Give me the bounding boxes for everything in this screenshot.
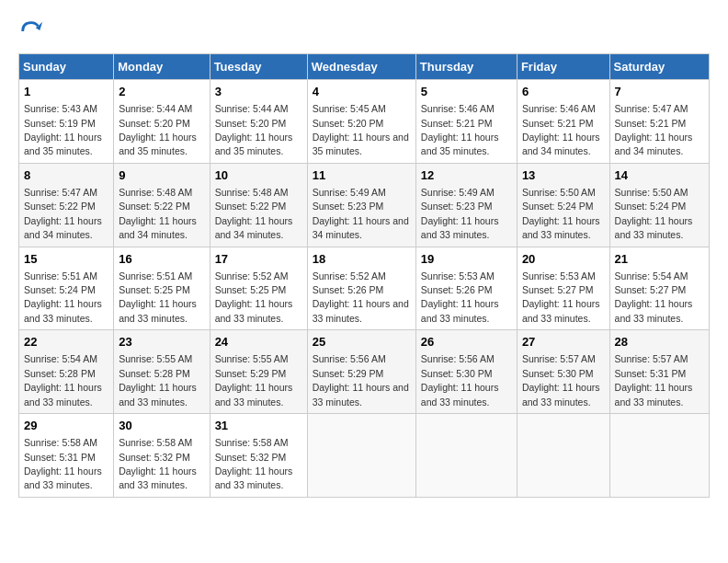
calendar-cell: 13Sunrise: 5:50 AMSunset: 5:24 PMDayligh… [517,163,609,247]
day-detail: Sunrise: 5:56 AMSunset: 5:30 PMDaylight:… [421,353,499,407]
day-number: 10 [215,167,302,184]
day-number: 26 [421,334,512,350]
calendar-cell: 30Sunrise: 5:58 AMSunset: 5:32 PMDayligh… [114,414,210,498]
day-number: 9 [119,167,204,184]
week-row-5: 29Sunrise: 5:58 AMSunset: 5:31 PMDayligh… [19,414,710,498]
day-number: 22 [24,334,108,350]
day-detail: Sunrise: 5:51 AMSunset: 5:24 PMDaylight:… [24,270,102,324]
day-number: 13 [522,167,605,184]
calendar-cell: 4Sunrise: 5:45 AMSunset: 5:20 PMDaylight… [307,80,415,164]
day-number: 8 [24,167,108,184]
day-detail: Sunrise: 5:58 AMSunset: 5:32 PMDaylight:… [119,437,197,490]
day-number: 16 [119,251,204,268]
calendar-cell: 1Sunrise: 5:43 AMSunset: 5:19 PMDaylight… [19,80,114,164]
calendar-cell [307,414,415,498]
day-number: 3 [215,84,302,100]
day-detail: Sunrise: 5:54 AMSunset: 5:28 PMDaylight:… [24,353,102,407]
day-detail: Sunrise: 5:43 AMSunset: 5:19 PMDaylight:… [24,103,102,156]
day-detail: Sunrise: 5:49 AMSunset: 5:23 PMDaylight:… [313,187,409,240]
day-detail: Sunrise: 5:56 AMSunset: 5:29 PMDaylight:… [313,353,409,407]
day-detail: Sunrise: 5:48 AMSunset: 5:22 PMDaylight:… [119,187,197,240]
calendar-cell: 20Sunrise: 5:53 AMSunset: 5:27 PMDayligh… [517,247,609,330]
day-detail: Sunrise: 5:52 AMSunset: 5:25 PMDaylight:… [215,270,293,324]
day-number: 30 [119,418,204,434]
day-number: 18 [313,251,411,268]
day-detail: Sunrise: 5:57 AMSunset: 5:31 PMDaylight:… [615,353,693,407]
day-detail: Sunrise: 5:46 AMSunset: 5:21 PMDaylight:… [421,103,499,156]
day-number: 24 [215,334,302,350]
calendar-cell: 18Sunrise: 5:52 AMSunset: 5:26 PMDayligh… [307,247,415,330]
day-detail: Sunrise: 5:50 AMSunset: 5:24 PMDaylight:… [522,187,600,240]
day-number: 27 [522,334,605,350]
calendar-cell: 8Sunrise: 5:47 AMSunset: 5:22 PMDaylight… [19,163,114,247]
day-detail: Sunrise: 5:58 AMSunset: 5:32 PMDaylight:… [215,437,293,490]
day-number: 23 [119,334,204,350]
header-saturday: Saturday [609,54,709,80]
calendar-cell: 15Sunrise: 5:51 AMSunset: 5:24 PMDayligh… [19,247,114,330]
calendar-cell [517,414,609,498]
day-detail: Sunrise: 5:45 AMSunset: 5:20 PMDaylight:… [313,103,409,156]
day-detail: Sunrise: 5:51 AMSunset: 5:25 PMDaylight:… [119,270,197,324]
calendar-cell: 21Sunrise: 5:54 AMSunset: 5:27 PMDayligh… [609,247,709,330]
header-thursday: Thursday [415,54,517,80]
calendar-cell: 31Sunrise: 5:58 AMSunset: 5:32 PMDayligh… [210,414,307,498]
calendar-cell: 17Sunrise: 5:52 AMSunset: 5:25 PMDayligh… [210,247,307,330]
day-number: 29 [24,418,108,434]
header-row: SundayMondayTuesdayWednesdayThursdayFrid… [19,54,710,80]
day-detail: Sunrise: 5:49 AMSunset: 5:23 PMDaylight:… [421,187,499,240]
calendar-cell: 27Sunrise: 5:57 AMSunset: 5:30 PMDayligh… [517,330,609,414]
logo [18,18,48,44]
week-row-1: 1Sunrise: 5:43 AMSunset: 5:19 PMDaylight… [19,80,710,164]
day-detail: Sunrise: 5:53 AMSunset: 5:26 PMDaylight:… [421,270,499,324]
calendar-cell: 5Sunrise: 5:46 AMSunset: 5:21 PMDaylight… [415,80,517,164]
day-number: 12 [421,167,512,184]
logo-icon [18,18,44,44]
calendar-table: SundayMondayTuesdayWednesdayThursdayFrid… [18,53,710,498]
day-detail: Sunrise: 5:50 AMSunset: 5:24 PMDaylight:… [615,187,693,240]
day-number: 31 [215,418,302,434]
header-friday: Friday [517,54,609,80]
day-number: 2 [119,84,204,100]
week-row-3: 15Sunrise: 5:51 AMSunset: 5:24 PMDayligh… [19,247,710,330]
calendar-cell: 19Sunrise: 5:53 AMSunset: 5:26 PMDayligh… [415,247,517,330]
calendar-cell: 2Sunrise: 5:44 AMSunset: 5:20 PMDaylight… [114,80,210,164]
header-sunday: Sunday [19,54,114,80]
day-number: 11 [313,167,411,184]
header-wednesday: Wednesday [307,54,415,80]
calendar-cell: 23Sunrise: 5:55 AMSunset: 5:28 PMDayligh… [114,330,210,414]
day-number: 14 [615,167,704,184]
day-number: 25 [313,334,411,350]
day-detail: Sunrise: 5:48 AMSunset: 5:22 PMDaylight:… [215,187,293,240]
calendar-cell: 16Sunrise: 5:51 AMSunset: 5:25 PMDayligh… [114,247,210,330]
calendar-cell: 3Sunrise: 5:44 AMSunset: 5:20 PMDaylight… [210,80,307,164]
calendar-cell: 14Sunrise: 5:50 AMSunset: 5:24 PMDayligh… [609,163,709,247]
calendar-cell: 12Sunrise: 5:49 AMSunset: 5:23 PMDayligh… [415,163,517,247]
day-detail: Sunrise: 5:47 AMSunset: 5:21 PMDaylight:… [615,103,693,156]
calendar-cell: 28Sunrise: 5:57 AMSunset: 5:31 PMDayligh… [609,330,709,414]
calendar-cell: 11Sunrise: 5:49 AMSunset: 5:23 PMDayligh… [307,163,415,247]
calendar-cell [415,414,517,498]
day-number: 15 [24,251,108,268]
day-detail: Sunrise: 5:57 AMSunset: 5:30 PMDaylight:… [522,353,600,407]
calendar-cell: 25Sunrise: 5:56 AMSunset: 5:29 PMDayligh… [307,330,415,414]
calendar-cell: 24Sunrise: 5:55 AMSunset: 5:29 PMDayligh… [210,330,307,414]
day-detail: Sunrise: 5:44 AMSunset: 5:20 PMDaylight:… [119,103,197,156]
calendar-cell [609,414,709,498]
header [18,18,710,44]
day-detail: Sunrise: 5:54 AMSunset: 5:27 PMDaylight:… [615,270,693,324]
day-number: 4 [313,84,411,100]
calendar-cell: 29Sunrise: 5:58 AMSunset: 5:31 PMDayligh… [19,414,114,498]
day-detail: Sunrise: 5:46 AMSunset: 5:21 PMDaylight:… [522,103,600,156]
day-detail: Sunrise: 5:44 AMSunset: 5:20 PMDaylight:… [215,103,293,156]
calendar-cell: 26Sunrise: 5:56 AMSunset: 5:30 PMDayligh… [415,330,517,414]
calendar-cell: 6Sunrise: 5:46 AMSunset: 5:21 PMDaylight… [517,80,609,164]
day-detail: Sunrise: 5:47 AMSunset: 5:22 PMDaylight:… [24,187,102,240]
day-number: 7 [615,84,704,100]
calendar-cell: 9Sunrise: 5:48 AMSunset: 5:22 PMDaylight… [114,163,210,247]
week-row-4: 22Sunrise: 5:54 AMSunset: 5:28 PMDayligh… [19,330,710,414]
day-number: 20 [522,251,605,268]
day-detail: Sunrise: 5:55 AMSunset: 5:29 PMDaylight:… [215,353,293,407]
day-number: 28 [615,334,704,350]
day-detail: Sunrise: 5:52 AMSunset: 5:26 PMDaylight:… [313,270,409,324]
day-detail: Sunrise: 5:58 AMSunset: 5:31 PMDaylight:… [24,437,102,490]
